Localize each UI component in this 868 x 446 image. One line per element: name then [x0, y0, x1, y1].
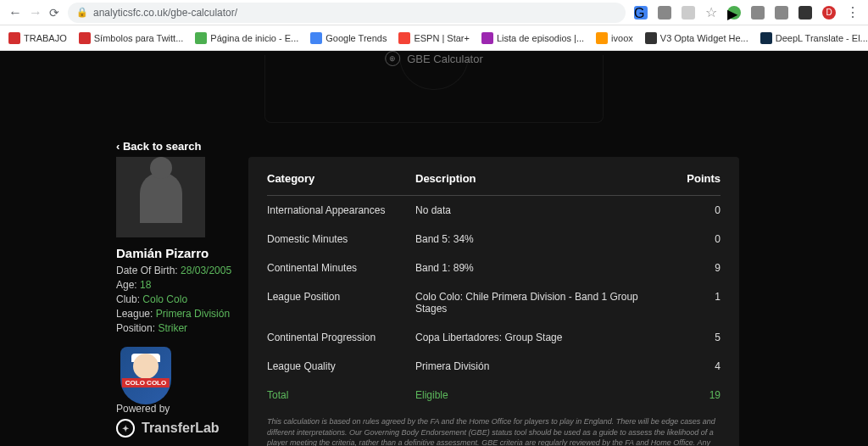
bookmark-icon — [79, 32, 91, 44]
disclaimer: This calculation is based on rules agree… — [267, 416, 721, 446]
back-arrow[interactable]: ← — [8, 5, 22, 20]
table-header: Category Description Points — [267, 172, 721, 196]
table-row: Continental ProgressionCopa Libertadores… — [267, 323, 721, 352]
header-icon: ⊕ — [385, 51, 400, 66]
ext-icon[interactable] — [775, 6, 788, 20]
table-row: Domestic MinutesBand 5: 34%0 — [267, 225, 721, 254]
silhouette-icon — [140, 172, 182, 223]
menu-icon[interactable]: ⋮ — [846, 4, 860, 20]
url-text: analyticsfc.co.uk/gbe-calculator/ — [93, 7, 237, 19]
player-dob: Date Of Birth: 28/03/2005 — [116, 265, 235, 276]
table-row-total: Total Eligible 19 — [267, 381, 721, 410]
star-icon[interactable]: ☆ — [705, 4, 717, 20]
bookmark-item[interactable]: ivoox — [596, 32, 633, 44]
player-name: Damián Pizarro — [116, 246, 235, 260]
header-description: Description — [415, 172, 670, 185]
player-league: League: Primera División — [116, 308, 235, 320]
player-age: Age: 18 — [116, 279, 235, 291]
table-row: Continental MinutesBand 1: 89%9 — [267, 254, 721, 282]
extensions: G ☆ ▶ D ⋮ — [634, 4, 860, 20]
header-points: Points — [670, 172, 721, 185]
bookmarks-bar: TRABAJOSímbolos para Twitt...Página de i… — [0, 25, 868, 51]
reload-icon[interactable]: ⟳ — [49, 6, 59, 20]
bookmark-item[interactable]: Lista de episodios |... — [481, 32, 584, 44]
bookmark-icon — [8, 32, 20, 44]
bookmark-item[interactable]: Símbolos para Twitt... — [79, 32, 184, 44]
player-club: Club: Colo Colo — [116, 293, 235, 305]
url-bar[interactable]: 🔒 analyticsfc.co.uk/gbe-calculator/ — [68, 3, 626, 23]
table-row: League PositionColo Colo: Chile Primera … — [267, 282, 721, 323]
transferlab-logo[interactable]: ✦ TransferLab — [116, 419, 220, 438]
header-category: Category — [267, 172, 415, 185]
bookmark-icon — [645, 32, 657, 44]
bookmark-item[interactable]: Google Trends — [310, 32, 387, 44]
back-to-search-link[interactable]: ‹ Back to search — [116, 140, 201, 153]
bookmark-icon — [195, 32, 207, 44]
powered-by: Powered by ✦ TransferLab — [116, 403, 220, 438]
table-row: International AppearancesNo data0 — [267, 196, 721, 225]
bookmark-icon — [310, 32, 322, 44]
club-logo: COLO COLO — [116, 347, 175, 410]
bookmark-icon — [596, 32, 608, 44]
ext-icon[interactable] — [798, 6, 812, 20]
bookmark-item[interactable]: DeepL Translate - El... — [760, 32, 868, 44]
ext-icon[interactable]: ▶ — [727, 6, 741, 20]
bookmark-icon — [481, 32, 493, 44]
ext-icon[interactable] — [658, 6, 671, 20]
page-content: ⊕ GBE Calculator ‹ Back to search Damián… — [0, 51, 868, 446]
bookmark-item[interactable]: TRABAJO — [8, 32, 67, 44]
ext-icon[interactable] — [682, 6, 695, 20]
gbe-table: Category Description Points Internationa… — [248, 157, 739, 446]
lock-icon: 🔒 — [76, 7, 88, 18]
player-photo — [116, 157, 205, 237]
bookmark-item[interactable]: Página de inicio - E... — [195, 32, 298, 44]
avatar-icon[interactable]: D — [822, 6, 836, 20]
bookmark-item[interactable]: ESPN | Star+ — [398, 32, 470, 44]
page-header: ⊕ GBE Calculator — [385, 51, 483, 66]
transferlab-icon: ✦ — [116, 419, 135, 438]
bookmark-item[interactable]: V3 Opta Widget He... — [645, 32, 748, 44]
bookmark-icon — [398, 32, 410, 44]
table-row: League QualityPrimera División4 — [267, 352, 721, 381]
ext-icon[interactable]: G — [634, 6, 648, 20]
player-sidebar: Damián Pizarro Date Of Birth: 28/03/2005… — [116, 157, 235, 410]
forward-arrow[interactable]: → — [29, 5, 42, 20]
ext-icon[interactable] — [751, 6, 765, 20]
browser-toolbar: ← → ⟳ 🔒 analyticsfc.co.uk/gbe-calculator… — [0, 0, 868, 25]
player-position: Position: Striker — [116, 322, 235, 334]
bookmark-icon — [760, 32, 772, 44]
